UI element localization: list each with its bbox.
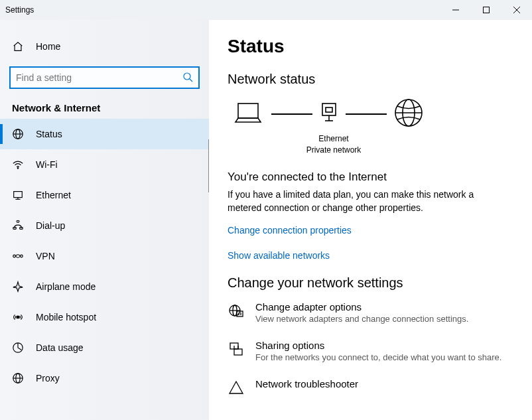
nav-label: VPN bbox=[36, 251, 55, 261]
status-icon bbox=[12, 128, 24, 140]
adapter-icon bbox=[319, 101, 339, 127]
nav-label: Data usage bbox=[36, 342, 84, 353]
nav-item-dialup[interactable]: Dial-up bbox=[0, 210, 209, 241]
nav-item-proxy[interactable]: Proxy bbox=[0, 363, 209, 393]
hotspot-icon bbox=[12, 311, 24, 323]
status-heading: You're connected to the Internet bbox=[228, 171, 513, 184]
svg-rect-23 bbox=[322, 104, 336, 115]
svg-rect-24 bbox=[326, 107, 332, 112]
home-button[interactable]: Home bbox=[0, 32, 209, 61]
nav-label: Airplane mode bbox=[36, 281, 96, 292]
svg-line-5 bbox=[190, 79, 192, 82]
svg-rect-10 bbox=[14, 192, 23, 198]
maximize-button[interactable] bbox=[471, 0, 501, 20]
nav-label: Status bbox=[36, 129, 62, 139]
svg-point-4 bbox=[184, 73, 190, 80]
svg-rect-13 bbox=[13, 228, 17, 230]
option-troubleshooter[interactable]: Network troubleshooter bbox=[228, 378, 513, 395]
svg-rect-22 bbox=[238, 104, 258, 118]
nav-item-vpn[interactable]: VPN bbox=[0, 241, 209, 271]
option-sharing[interactable]: Sharing options For the networks you con… bbox=[228, 340, 513, 362]
page-title: Status bbox=[228, 36, 513, 57]
laptop-icon bbox=[232, 100, 265, 129]
sharing-icon bbox=[228, 340, 245, 357]
troubleshoot-icon bbox=[228, 378, 245, 395]
nav-item-ethernet[interactable]: Ethernet bbox=[0, 180, 209, 210]
search-input[interactable] bbox=[9, 66, 200, 89]
nav-label: Mobile hotspot bbox=[36, 312, 96, 322]
svg-rect-1 bbox=[484, 7, 490, 13]
titlebar: Settings bbox=[0, 0, 532, 20]
svg-rect-14 bbox=[20, 228, 23, 230]
option-change-adapter[interactable]: Change adapter options View network adap… bbox=[228, 301, 513, 324]
nav-item-status[interactable]: Status bbox=[0, 119, 209, 149]
svg-point-15 bbox=[13, 255, 16, 257]
option-title: Network troubleshooter bbox=[255, 378, 358, 389]
section-network-status: Network status bbox=[228, 72, 513, 87]
svg-rect-37 bbox=[234, 349, 242, 355]
link-show-networks[interactable]: Show available networks bbox=[228, 250, 513, 261]
window-title: Settings bbox=[5, 5, 34, 15]
close-button[interactable] bbox=[501, 0, 532, 20]
airplane-icon bbox=[12, 281, 24, 293]
option-title: Change adapter options bbox=[255, 301, 468, 313]
diagram-caption: Ethernet Private network bbox=[294, 133, 373, 156]
nav-label: Wi-Fi bbox=[36, 159, 58, 170]
nav-item-wifi[interactable]: Wi-Fi bbox=[0, 149, 209, 180]
svg-point-16 bbox=[21, 255, 23, 257]
connection-name: Ethernet bbox=[294, 133, 373, 145]
svg-point-9 bbox=[17, 168, 18, 169]
search-icon bbox=[182, 72, 193, 84]
status-description: If you have a limited data plan, you can… bbox=[228, 188, 506, 215]
option-desc: View network adapters and change connect… bbox=[255, 314, 468, 324]
dialup-icon bbox=[12, 220, 24, 232]
search-field[interactable] bbox=[16, 72, 182, 83]
option-title: Sharing options bbox=[255, 340, 501, 351]
content-area: Status Network status bbox=[209, 20, 532, 420]
proxy-icon bbox=[12, 372, 24, 384]
nav-label: Proxy bbox=[36, 373, 60, 384]
datausage-icon bbox=[12, 342, 24, 354]
connector-line bbox=[271, 113, 312, 115]
nav-label: Ethernet bbox=[36, 190, 71, 200]
adapter-options-icon bbox=[228, 301, 245, 318]
section-change-settings: Change your network settings bbox=[228, 275, 513, 291]
network-diagram bbox=[232, 98, 513, 131]
ethernet-icon bbox=[12, 189, 24, 201]
category-header: Network & Internet bbox=[0, 96, 209, 119]
nav-item-airplane[interactable]: Airplane mode bbox=[0, 271, 209, 302]
option-desc: For the networks you connect to, decide … bbox=[255, 352, 501, 362]
connection-type: Private network bbox=[294, 145, 373, 156]
svg-point-17 bbox=[17, 316, 19, 318]
nav-list: Status Wi-Fi Ether bbox=[0, 119, 209, 393]
home-label: Home bbox=[36, 41, 60, 52]
sidebar: Home Network & Internet bbox=[0, 20, 209, 420]
globe-icon bbox=[393, 98, 424, 131]
nav-item-datausage[interactable]: Data usage bbox=[0, 332, 209, 363]
vpn-icon bbox=[12, 250, 24, 262]
link-change-connection[interactable]: Change connection properties bbox=[228, 225, 513, 236]
home-icon bbox=[12, 40, 24, 52]
minimize-button[interactable] bbox=[440, 0, 471, 20]
connector-line bbox=[346, 113, 387, 115]
wifi-icon bbox=[12, 159, 24, 171]
nav-label: Dial-up bbox=[36, 220, 65, 231]
nav-item-hotspot[interactable]: Mobile hotspot bbox=[0, 302, 209, 332]
